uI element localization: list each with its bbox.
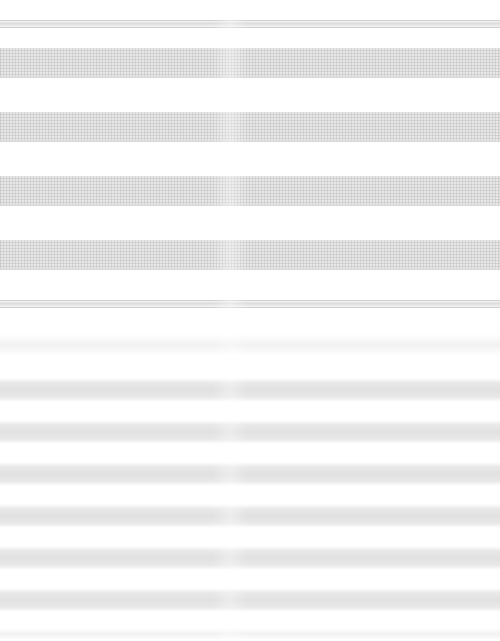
stripe-faint [0,334,500,356]
stripe-mesh [0,240,500,270]
light-glare [212,0,248,641]
stripe-faint [0,628,500,640]
stripe-rail [0,20,500,28]
stripe-smooth [0,588,500,612]
blind-photo [0,0,500,641]
stripe-smooth [0,462,500,486]
stripe-smooth [0,378,500,402]
stripe-mesh [0,112,500,142]
stripe-rail [0,300,500,308]
stripe-mesh [0,176,500,206]
stripe-smooth [0,504,500,528]
stripe-mesh [0,48,500,78]
stripe-smooth [0,420,500,444]
stripe-smooth [0,546,500,570]
